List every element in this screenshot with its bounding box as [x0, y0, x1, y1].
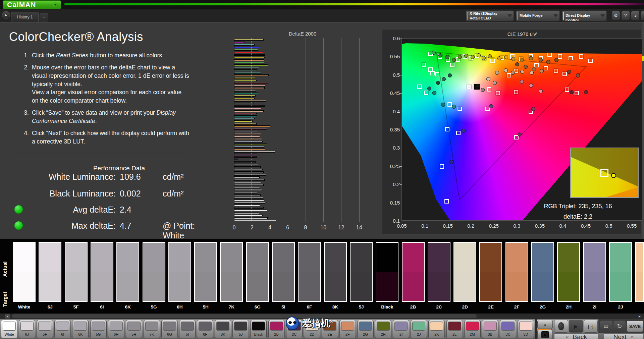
- edge-button[interactable]: [641, 11, 644, 20]
- comparator-swatch[interactable]: [246, 242, 269, 302]
- cie-measured-point[interactable]: [570, 90, 574, 94]
- comparator-swatch[interactable]: [298, 242, 321, 302]
- comparator-swatch[interactable]: [65, 242, 88, 302]
- deltae-bar[interactable]: [234, 90, 256, 92]
- save-button[interactable]: SAVE: [627, 321, 643, 332]
- cie-measured-point[interactable]: [539, 89, 543, 93]
- collapse-button[interactable]: ◄: [631, 11, 640, 20]
- deltae-bar[interactable]: [234, 82, 268, 84]
- deltae-bar-chart[interactable]: DeltaE 2000 02468101214: [234, 38, 371, 222]
- cie-target-square[interactable]: [485, 107, 490, 111]
- deltae-bar[interactable]: [234, 151, 275, 153]
- cie-measured-point[interactable]: [462, 129, 466, 133]
- cie-measured-point[interactable]: [511, 71, 515, 75]
- cie-measured-point[interactable]: [511, 57, 515, 61]
- meter-dropdown-colorimeter[interactable]: X-Rite i1Display Retail OLED: [466, 10, 514, 21]
- deltae-bar[interactable]: [234, 39, 264, 41]
- comparator-swatch[interactable]: [168, 242, 191, 302]
- palette-button-6i[interactable]: 6I: [54, 320, 71, 338]
- cie-measured-point[interactable]: [520, 70, 524, 74]
- comparator-swatch[interactable]: [272, 242, 295, 302]
- deltae-bar[interactable]: [234, 187, 260, 188]
- palette-button-6j[interactable]: 6J: [19, 320, 35, 338]
- deltae-bar[interactable]: [234, 49, 258, 51]
- palette-button-5g[interactable]: 5G: [90, 320, 107, 338]
- cie-measured-point[interactable]: [436, 81, 440, 85]
- cie-measured-point[interactable]: [540, 69, 544, 73]
- deltae-bar[interactable]: [234, 184, 264, 186]
- cie-chromaticity-plot[interactable]: RGB Triplet: 235, 235, 16 deltaE: 2.2 0.…: [401, 38, 643, 221]
- palette-button-white[interactable]: White: [1, 320, 17, 338]
- deltae-bar[interactable]: [234, 64, 268, 66]
- comparator-swatch[interactable]: [531, 242, 554, 302]
- pattern-window-button[interactable]: ■: [537, 330, 553, 339]
- comparator-swatch[interactable]: [402, 242, 425, 302]
- deltae-bar[interactable]: [234, 166, 261, 168]
- deltae-bar[interactable]: [234, 217, 268, 219]
- cie-target-square[interactable]: [445, 127, 449, 131]
- cie-target-square[interactable]: [507, 73, 511, 77]
- comparator-swatch[interactable]: [505, 242, 528, 302]
- palette-scroll-left-button[interactable]: ◄: [5, 314, 10, 319]
- loop-button[interactable]: ∞: [600, 321, 612, 332]
- palette-button-2k[interactable]: 2K: [428, 320, 445, 338]
- cie-measured-point[interactable]: [452, 105, 456, 109]
- palette-button-2j[interactable]: 2J: [411, 320, 427, 338]
- comparator-swatch[interactable]: [13, 242, 36, 302]
- comparator-swatch[interactable]: [376, 242, 398, 302]
- deltae-bar[interactable]: [234, 189, 262, 191]
- deltae-bar[interactable]: [234, 54, 265, 56]
- cie-measured-point[interactable]: [546, 60, 550, 64]
- deltae-bar[interactable]: [234, 59, 264, 61]
- comparator-swatch[interactable]: [324, 242, 347, 302]
- cie-measured-point[interactable]: [520, 80, 524, 84]
- comparator-swatch[interactable]: [350, 242, 373, 302]
- cie-measured-point[interactable]: [497, 56, 501, 60]
- cie-measured-point[interactable]: [442, 77, 446, 81]
- deltae-bar[interactable]: [234, 154, 257, 155]
- cie-target-square[interactable]: [458, 107, 462, 111]
- cie-measured-point[interactable]: [452, 58, 456, 62]
- cie-measured-point[interactable]: [458, 55, 462, 59]
- deltae-bar[interactable]: [234, 47, 260, 48]
- palette-button-5f[interactable]: 5F: [37, 320, 53, 338]
- deltae-bar[interactable]: [234, 212, 259, 214]
- deltae-bar[interactable]: [234, 62, 264, 63]
- comparator-swatch[interactable]: [220, 242, 243, 302]
- cie-measured-point[interactable]: [504, 68, 508, 72]
- cie-target-square[interactable]: [554, 69, 558, 73]
- cie-target-square[interactable]: [422, 63, 426, 67]
- palette-scroll-right-button[interactable]: ►: [638, 315, 641, 318]
- deltae-bar[interactable]: [234, 192, 257, 193]
- cie-target-square[interactable]: [447, 102, 452, 107]
- deltae-bar[interactable]: [234, 197, 263, 199]
- cie-measured-point[interactable]: [524, 65, 528, 69]
- palette-button-6f[interactable]: 6F: [197, 320, 213, 338]
- panel-toggle-button[interactable]: ▶: [2, 11, 10, 19]
- palette-scrollbar-thumb[interactable]: [12, 315, 477, 318]
- deltae-bar[interactable]: [234, 105, 265, 107]
- comparator-swatch[interactable]: [557, 242, 580, 302]
- deltae-bar[interactable]: [234, 136, 260, 137]
- deltae-bar[interactable]: [234, 182, 261, 183]
- cie-measured-point[interactable]: [576, 73, 580, 77]
- comparator-swatch[interactable]: [39, 242, 61, 302]
- cie-measured-point[interactable]: [504, 55, 508, 59]
- meter-dropdown-source[interactable]: Mobile Forge: [516, 10, 560, 21]
- comparator-swatch[interactable]: [583, 242, 606, 302]
- cie-measured-point[interactable]: [531, 107, 535, 111]
- add-tab-button[interactable]: +: [40, 13, 48, 21]
- comparator-swatch[interactable]: [194, 242, 217, 302]
- cie-target-square[interactable]: [456, 131, 461, 135]
- cie-measured-point[interactable]: [488, 54, 492, 58]
- cie-target-square[interactable]: [417, 84, 422, 89]
- deltae-bar[interactable]: [234, 202, 265, 204]
- cie-measured-point[interactable]: [515, 62, 519, 66]
- meter-dropdown-display-control[interactable]: Direct Display Control: [562, 10, 607, 21]
- cie-target-square[interactable]: [430, 71, 435, 75]
- deltae-bar[interactable]: [234, 171, 264, 173]
- cie-measured-point[interactable]: [471, 55, 475, 59]
- deltae-bar[interactable]: [234, 123, 257, 125]
- deltae-bar[interactable]: [234, 108, 261, 109]
- palette-button-6g[interactable]: 6G: [161, 320, 178, 338]
